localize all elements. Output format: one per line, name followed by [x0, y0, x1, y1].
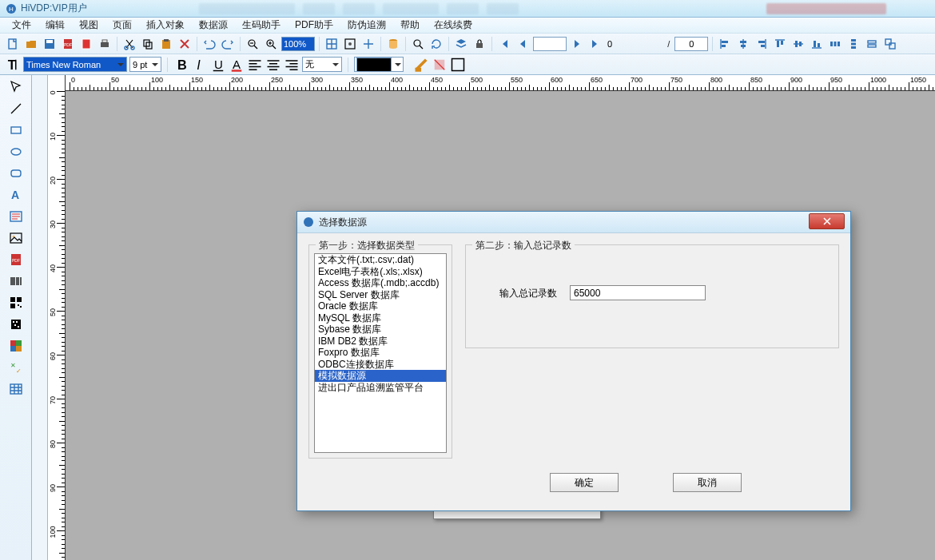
preview-button[interactable] [410, 36, 426, 52]
refresh-button[interactable] [428, 36, 444, 52]
align-left-button[interactable] [717, 36, 733, 52]
svg-text:B: B [177, 58, 187, 72]
underline-button[interactable]: U [210, 57, 226, 73]
pdf-tool[interactable]: PDF [7, 251, 25, 268]
datasource-item[interactable]: IBM DB2 数据库 [315, 336, 446, 348]
align-center-v-button[interactable] [790, 36, 806, 52]
menu-datasource[interactable]: 数据源 [192, 17, 235, 34]
next-page-button[interactable] [569, 36, 585, 52]
color-qr-tool[interactable] [7, 337, 25, 355]
align-right-button[interactable] [754, 36, 770, 52]
svg-rect-44 [868, 45, 876, 47]
align-top-button[interactable] [772, 36, 788, 52]
clear-format-button[interactable] [413, 57, 429, 73]
line-tool[interactable] [7, 100, 25, 117]
cancel-button[interactable]: 取消 [673, 473, 742, 492]
undo-button[interactable] [201, 36, 217, 52]
print-button[interactable] [97, 36, 113, 52]
menu-file[interactable]: 文件 [5, 17, 38, 34]
cut-button[interactable] [121, 36, 137, 52]
guides-button[interactable] [360, 36, 376, 52]
ok-button[interactable]: 确定 [550, 473, 619, 492]
align-center-h-button[interactable] [735, 36, 751, 52]
align-bottom-button[interactable] [809, 36, 825, 52]
menu-anticounterfeit[interactable]: 防伪追溯 [340, 17, 393, 34]
distribute-h-button[interactable] [827, 36, 843, 52]
font-name-combo[interactable]: Times New Roman [23, 57, 127, 72]
lock-button[interactable] [471, 36, 487, 52]
align-text-right-button[interactable] [284, 57, 300, 73]
menu-pdf[interactable]: PDF助手 [288, 17, 340, 34]
layers-button[interactable] [453, 36, 469, 52]
copy-button[interactable] [140, 36, 156, 52]
redo-button[interactable] [220, 36, 236, 52]
zoom-input[interactable] [281, 37, 315, 51]
menu-edit[interactable]: 编辑 [38, 17, 72, 34]
save-button[interactable] [42, 36, 58, 52]
datamatrix-tool[interactable] [7, 316, 25, 333]
menu-view[interactable]: 视图 [72, 17, 105, 34]
style-combo[interactable]: 无 [302, 57, 342, 72]
datasource-item[interactable]: SQL Server 数据库 [315, 289, 446, 301]
same-width-button[interactable] [864, 36, 880, 52]
datasource-item[interactable]: Access 数据库(.mdb;.accdb) [315, 277, 446, 289]
datasource-item[interactable]: 文本文件(.txt;.csv;.dat) [315, 254, 446, 266]
datasource-item[interactable]: Oracle 数据库 [315, 300, 446, 312]
settings-tool[interactable]: ✕✓ [7, 359, 25, 376]
datasource-item[interactable]: Sybase 数据库 [315, 324, 446, 336]
paste-button[interactable] [158, 36, 174, 52]
select-tool[interactable] [7, 78, 25, 96]
datasource-item[interactable]: Foxpro 数据库 [315, 347, 446, 359]
border-button[interactable] [450, 57, 466, 73]
grid-button[interactable] [324, 36, 340, 52]
align-text-left-button[interactable] [247, 57, 263, 73]
menu-insert[interactable]: 插入对象 [139, 17, 192, 34]
zoom-out-button[interactable] [245, 36, 261, 52]
image-tool[interactable] [7, 229, 25, 247]
roundrect-tool[interactable] [7, 165, 25, 182]
group-button[interactable] [882, 36, 898, 52]
bold-button[interactable]: B [173, 57, 189, 73]
svg-rect-75 [10, 340, 16, 346]
qrcode-tool[interactable] [7, 294, 25, 312]
datasource-item[interactable]: 模拟数据源 [315, 370, 446, 382]
datasource-item[interactable]: 进出口产品追溯监管平台 [315, 382, 446, 394]
menu-renew[interactable]: 在线续费 [427, 17, 479, 34]
new-button[interactable] [5, 36, 21, 52]
svg-rect-55 [452, 58, 464, 70]
open-button[interactable] [23, 36, 39, 52]
delete-button[interactable] [177, 36, 193, 52]
dialog-titlebar: 选择数据源 [297, 212, 850, 233]
italic-button[interactable]: I [192, 57, 208, 73]
align-text-center-button[interactable] [265, 57, 281, 73]
ellipse-tool[interactable] [7, 143, 25, 161]
record-count-input[interactable] [570, 285, 706, 300]
last-page-button[interactable] [587, 36, 603, 52]
datasource-item[interactable]: Excel电子表格(.xls;.xlsx) [315, 266, 446, 278]
prev-page-button[interactable] [515, 36, 531, 52]
menu-help[interactable]: 帮助 [393, 17, 427, 34]
export-pdf-button[interactable]: PDF [60, 36, 76, 52]
database-button[interactable] [385, 36, 401, 52]
font-color-button[interactable]: A [229, 57, 245, 73]
zoom-in-button[interactable] [263, 36, 279, 52]
datasource-item[interactable]: ODBC连接数据库 [315, 359, 446, 371]
snap-button[interactable] [342, 36, 358, 52]
distribute-v-button[interactable] [845, 36, 861, 52]
first-page-button[interactable] [496, 36, 512, 52]
datasource-item[interactable]: MySQL 数据库 [315, 312, 446, 324]
menu-codegen[interactable]: 生码助手 [235, 17, 288, 34]
datasource-listbox[interactable]: 文本文件(.txt;.csv;.dat)Excel电子表格(.xls;.xlsx… [314, 253, 447, 453]
richtext-tool[interactable] [7, 208, 25, 225]
dialog-close-button[interactable] [809, 213, 845, 229]
rect-tool[interactable] [7, 121, 25, 139]
fill-color-combo[interactable] [354, 57, 404, 72]
font-size-combo[interactable]: 9 pt [129, 57, 161, 72]
barcode-tool[interactable] [7, 272, 25, 290]
highlight-button[interactable] [432, 57, 448, 73]
table-tool[interactable] [7, 380, 25, 398]
page-current-input[interactable] [533, 37, 567, 51]
text-tool[interactable]: A [7, 186, 25, 204]
export-pdf2-button[interactable] [78, 36, 94, 52]
menu-page[interactable]: 页面 [105, 17, 139, 34]
